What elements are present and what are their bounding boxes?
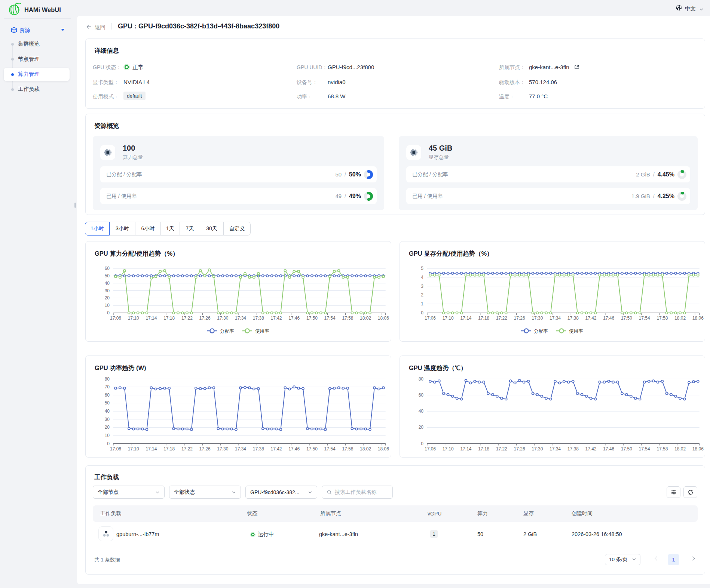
svg-text:80: 80 <box>105 376 110 382</box>
svg-text:17:06: 17:06 <box>425 446 436 452</box>
svg-text:17:42: 17:42 <box>270 446 282 452</box>
svg-text:17:30: 17:30 <box>217 446 228 452</box>
svg-text:17:42: 17:42 <box>270 315 282 321</box>
svg-text:17:50: 17:50 <box>306 446 318 452</box>
svg-text:17:54: 17:54 <box>639 315 650 321</box>
svg-text:17:26: 17:26 <box>514 315 525 321</box>
svg-text:17:54: 17:54 <box>639 446 650 452</box>
svg-text:GPU 功率趋势 (W): GPU 功率趋势 (W) <box>95 364 146 371</box>
svg-text:17:34: 17:34 <box>550 315 561 321</box>
svg-text:17:18: 17:18 <box>163 315 175 321</box>
svg-text:18:06: 18:06 <box>378 315 389 321</box>
svg-text:70: 70 <box>105 384 110 390</box>
svg-text:GPU 显存分配/使用趋势（%）: GPU 显存分配/使用趋势（%） <box>409 250 493 257</box>
svg-text:0: 0 <box>107 441 110 446</box>
svg-text:30: 30 <box>105 288 110 293</box>
svg-text:10: 10 <box>105 433 110 438</box>
svg-text:17:18: 17:18 <box>163 446 175 452</box>
svg-text:17:22: 17:22 <box>181 446 193 452</box>
svg-text:17:10: 17:10 <box>128 315 139 321</box>
svg-text:20: 20 <box>105 295 110 301</box>
svg-text:17:26: 17:26 <box>514 446 525 452</box>
svg-text:50: 50 <box>105 273 110 278</box>
svg-text:0: 0 <box>421 441 423 446</box>
svg-text:30: 30 <box>105 417 110 422</box>
svg-text:17:18: 17:18 <box>478 446 489 452</box>
svg-text:60: 60 <box>105 266 110 271</box>
svg-text:17:30: 17:30 <box>532 446 543 452</box>
svg-text:2: 2 <box>421 292 423 298</box>
svg-text:3: 3 <box>421 284 423 289</box>
svg-text:40: 40 <box>105 409 110 414</box>
svg-text:17:34: 17:34 <box>235 446 246 452</box>
svg-text:17:58: 17:58 <box>657 315 668 321</box>
svg-text:17:30: 17:30 <box>217 315 228 321</box>
svg-text:17:38: 17:38 <box>253 446 264 452</box>
svg-text:17:30: 17:30 <box>532 315 543 321</box>
svg-text:18:02: 18:02 <box>674 315 686 321</box>
svg-text:GPU 算力分配/使用趋势（%）: GPU 算力分配/使用趋势（%） <box>95 250 179 257</box>
svg-text:17:34: 17:34 <box>550 446 561 452</box>
svg-text:分配率: 分配率 <box>534 329 548 334</box>
svg-text:17:22: 17:22 <box>181 315 193 321</box>
svg-text:0: 0 <box>421 310 423 315</box>
svg-text:17:14: 17:14 <box>460 315 471 321</box>
svg-text:17:58: 17:58 <box>657 446 668 452</box>
svg-text:使用率: 使用率 <box>255 329 269 334</box>
svg-text:18:02: 18:02 <box>360 446 371 452</box>
svg-text:10: 10 <box>105 303 110 308</box>
svg-text:17:54: 17:54 <box>324 315 336 321</box>
svg-text:17:14: 17:14 <box>146 446 157 452</box>
svg-text:17:58: 17:58 <box>342 446 353 452</box>
svg-text:5: 5 <box>421 266 423 271</box>
svg-text:80: 80 <box>419 376 424 382</box>
svg-text:50: 50 <box>105 400 110 406</box>
svg-text:GPU 温度趋势（℃）: GPU 温度趋势（℃） <box>409 364 467 372</box>
svg-text:17:46: 17:46 <box>288 315 300 321</box>
svg-text:17:38: 17:38 <box>253 315 264 321</box>
svg-text:分配率: 分配率 <box>220 329 234 334</box>
svg-text:60: 60 <box>419 392 424 398</box>
svg-text:17:50: 17:50 <box>621 315 632 321</box>
svg-text:40: 40 <box>419 409 424 414</box>
svg-text:17:38: 17:38 <box>567 315 579 321</box>
svg-text:17:46: 17:46 <box>288 446 300 452</box>
svg-text:17:46: 17:46 <box>603 315 614 321</box>
svg-text:17:58: 17:58 <box>342 315 353 321</box>
svg-text:17:50: 17:50 <box>621 446 632 452</box>
svg-text:17:42: 17:42 <box>585 315 596 321</box>
svg-text:17:38: 17:38 <box>567 446 579 452</box>
svg-text:17:10: 17:10 <box>443 446 454 452</box>
svg-text:17:06: 17:06 <box>110 446 121 452</box>
svg-text:17:34: 17:34 <box>235 315 246 321</box>
svg-text:4: 4 <box>421 275 423 280</box>
svg-text:17:42: 17:42 <box>585 446 596 452</box>
svg-text:17:26: 17:26 <box>199 315 211 321</box>
svg-text:20: 20 <box>419 425 424 430</box>
svg-text:17:50: 17:50 <box>306 315 318 321</box>
svg-text:18:02: 18:02 <box>674 446 686 452</box>
svg-text:18:02: 18:02 <box>360 315 371 321</box>
svg-text:1: 1 <box>421 301 423 307</box>
svg-text:17:06: 17:06 <box>425 315 436 321</box>
svg-text:17:14: 17:14 <box>460 446 471 452</box>
svg-text:0: 0 <box>107 310 110 315</box>
svg-text:17:54: 17:54 <box>324 446 336 452</box>
svg-text:使用率: 使用率 <box>569 329 583 334</box>
svg-text:18:06: 18:06 <box>692 446 704 452</box>
svg-text:17:10: 17:10 <box>443 315 454 321</box>
svg-text:20: 20 <box>105 425 110 430</box>
svg-text:17:26: 17:26 <box>199 446 211 452</box>
svg-text:17:18: 17:18 <box>478 315 489 321</box>
svg-text:18:06: 18:06 <box>692 315 704 321</box>
svg-text:17:22: 17:22 <box>496 446 507 452</box>
svg-text:40: 40 <box>105 281 110 286</box>
svg-text:17:22: 17:22 <box>496 315 507 321</box>
svg-text:17:06: 17:06 <box>110 315 121 321</box>
svg-text:18:06: 18:06 <box>378 446 389 452</box>
svg-text:60: 60 <box>105 392 110 398</box>
svg-text:17:14: 17:14 <box>146 315 157 321</box>
svg-text:17:46: 17:46 <box>603 446 614 452</box>
svg-text:17:10: 17:10 <box>128 446 139 452</box>
